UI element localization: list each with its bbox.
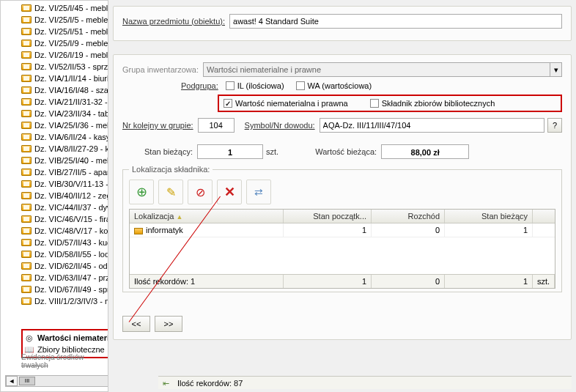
highlighted-checkbox-row: ✓ Wartość niematerialna i prawna Składni… (218, 95, 562, 112)
tree-item[interactable]: Dz. VID/58/II/55 - lodów (21, 248, 108, 260)
book-icon (21, 98, 32, 106)
book-icon (21, 286, 32, 293)
disable-button[interactable]: ⊘ (188, 180, 213, 204)
book-icon (21, 133, 32, 141)
book-icon (21, 215, 32, 223)
checkbox-skladnik-zbiorow[interactable]: Składnik zbiorów bibliotecznych (370, 99, 495, 108)
record-count-label: Ilość rekordów: 87 (177, 379, 243, 388)
tree-item[interactable]: Dz. VI/25/I/51 - meble (21, 26, 108, 37)
tree-item[interactable]: Dz. VI/26/I/19 - meble b (21, 49, 108, 61)
localization-legend: Lokalizacja składnika: (129, 165, 213, 174)
transfer-button[interactable]: ⇄ (246, 180, 271, 204)
symbol-label: Symbol/Nr dowodu: (245, 121, 315, 130)
x-icon: ✕ (224, 184, 235, 200)
tree-item[interactable]: Dz. VIB/27/II/5 - aparat (21, 166, 108, 178)
tree-item[interactable]: Dz. VID/63/II/47 - prze (21, 272, 108, 284)
tree-item[interactable]: Dz. VIC/44/II/37 - dywa (21, 201, 108, 213)
horizontal-scrollbar[interactable]: ◄ III ► (5, 375, 108, 387)
col-lokalizacja[interactable]: Lokalizacja▲ (130, 210, 284, 223)
book-icon (21, 297, 32, 305)
tree-item[interactable]: Dz. VIA/21/II/31-32 - st (21, 96, 108, 108)
inventory-group-select[interactable] (203, 62, 550, 77)
tree-item[interactable]: Dz. VIA/8/II/27-29 - krz (21, 143, 108, 155)
tree-item[interactable]: Dz. VIB/40/II/12 - zega (21, 190, 108, 201)
add-button[interactable]: ⊕ (129, 180, 154, 204)
tree-item[interactable]: Dz. VIB/25/I/40 - meble (21, 155, 108, 166)
tree-item[interactable]: Dz. VID/57/II/43 - kuch (21, 237, 108, 248)
tree-item[interactable]: Dz. VIA/25/I/36 - meble (21, 119, 108, 131)
col-rozchod[interactable]: Rozchód (372, 210, 445, 223)
next-record-button[interactable]: >> (155, 316, 182, 332)
subgroup-label: Podgrupa: (181, 81, 218, 90)
scroll-thumb[interactable]: III (19, 377, 35, 385)
scroll-left-button[interactable]: ◄ (6, 376, 18, 386)
tree-item[interactable]: Dz. VI/52/II/53 - sprzęt (21, 61, 108, 73)
tree-item[interactable]: Dz. VI/25/I/5 - meble bi (21, 14, 108, 26)
group-number-input[interactable] (198, 118, 235, 133)
tree-item[interactable]: Dz. VIA/16/I/48 - szafy (21, 84, 108, 96)
prev-record-button[interactable]: << (122, 316, 150, 332)
book-icon (21, 28, 32, 35)
book-icon (21, 227, 32, 234)
page-plus-icon: ⊕ (136, 184, 147, 200)
book-icon (21, 157, 32, 164)
book-icon (21, 4, 32, 12)
book-icon (21, 40, 32, 47)
tree-item[interactable]: Dz. VIA/1/II/14 - biurka (21, 73, 108, 84)
object-name-input[interactable] (229, 14, 562, 29)
group-number-label: Nr kolejny w grupie: (122, 121, 193, 130)
book-icon (21, 75, 32, 82)
col-stan-biezacy[interactable]: Stan bieżący (445, 210, 533, 223)
tree-item[interactable]: Dz. VI/25/I/9 - meble bi (21, 37, 108, 49)
sidebar-item-ewidencja: Ewidencja środków trwałych (21, 353, 108, 369)
current-state-value: 1 (197, 144, 263, 159)
tree-item[interactable]: Dz. VI/25/I/45 - meble (21, 2, 108, 14)
tree-item[interactable]: Dz. VIA/23/II/34 - tablic (21, 108, 108, 119)
dropdown-icon[interactable]: ▾ (550, 62, 562, 77)
book-icon (21, 204, 32, 211)
book-icon (21, 86, 32, 94)
table-row[interactable]: informatyk 1 0 1 (130, 223, 555, 237)
book-icon (21, 239, 32, 246)
help-button[interactable]: ? (547, 118, 562, 133)
unit-label: szt. (266, 147, 278, 156)
intangible-icon: ◎ (24, 333, 34, 343)
book-icon (21, 169, 32, 176)
tree-item[interactable]: Dz. VIII/1/2/3/IV/3 - nc (21, 295, 108, 307)
book-icon (21, 110, 32, 117)
folder-icon (134, 228, 143, 234)
current-state-label: Stan bieżący: (144, 147, 193, 156)
book-icon (21, 180, 32, 188)
inventory-group-label: Grupa inwentarzowa: (122, 65, 199, 74)
col-stan-poczatkowy[interactable]: Stan początk... (284, 210, 372, 223)
table-footer: Ilość rekordów: 1 1 0 1 szt. (130, 274, 555, 288)
tree-item[interactable]: Dz. VIC/46/V/15 - firank (21, 213, 108, 225)
edit-button[interactable]: ✎ (158, 180, 183, 204)
sidebar-tree: Dz. VI/25/I/45 - mebleDz. VI/25/I/5 - me… (0, 0, 108, 392)
checkbox-wa[interactable]: WA (wartościowa) (296, 81, 372, 90)
current-value-amount: 88,00 zł (381, 144, 469, 159)
tree-item[interactable]: Dz. VIC/48/V/17 - kotar (21, 225, 108, 237)
tree-item[interactable]: Dz. VIB/30/V/11-13 - m (21, 178, 108, 190)
localization-fieldset: Lokalizacja składnika: ⊕ ✎ ⊘ ✕ ⇄ Lokaliz… (122, 165, 562, 292)
checkbox-il[interactable]: IL (ilościowa) (226, 81, 284, 90)
tree-item[interactable]: Dz. VID/67/II/49 - sprze (21, 284, 108, 295)
checkbox-box-icon (226, 81, 235, 90)
object-name-label: Nazwa przedmiotu (obiektu): (122, 17, 225, 26)
tree-item[interactable]: Dz. VID/62/II/45 - odku (21, 260, 108, 272)
first-record-icon[interactable]: ⇤ (163, 379, 171, 388)
checkbox-box-icon (370, 99, 379, 108)
checkbox-box-icon (296, 81, 305, 90)
book-icon (21, 192, 32, 199)
sidebar-item-wartosci-niematerialne[interactable]: ◎ Wartości niematerialne (24, 332, 108, 344)
delete-button[interactable]: ✕ (217, 180, 242, 204)
book-icon (21, 16, 32, 23)
symbol-input[interactable] (320, 118, 544, 133)
book-icon (21, 51, 32, 59)
checkbox-wartosc-niematerialna[interactable]: ✓ Wartość niematerialna i prawna (224, 99, 348, 108)
book-icon (21, 63, 32, 70)
pencil-icon: ✎ (166, 185, 176, 199)
book-icon (21, 262, 32, 270)
tree-item[interactable]: Dz. VIA/6/II/24 - kasy, l (21, 131, 108, 143)
main-panel: Nazwa przedmiotu (obiektu): Grupa inwent… (108, 0, 576, 392)
